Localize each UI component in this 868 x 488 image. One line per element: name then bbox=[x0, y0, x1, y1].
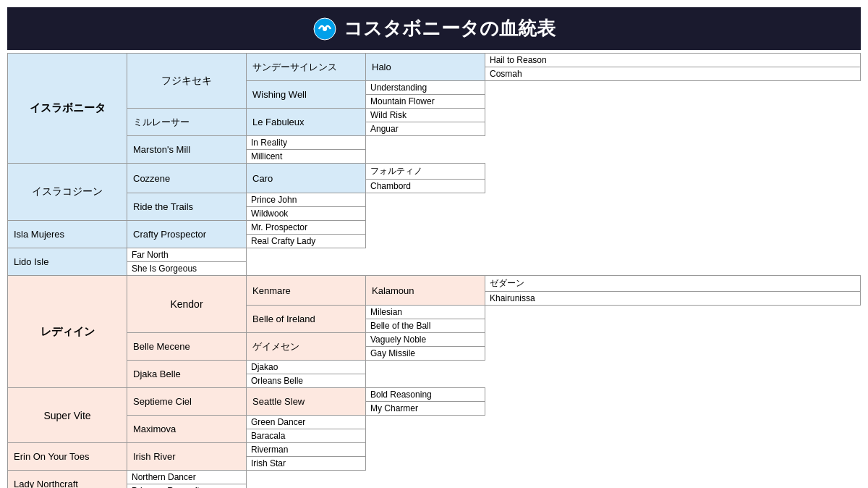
gen4-cell: Lady Northcraft bbox=[8, 471, 127, 489]
gen2-cell: イスラコジーン bbox=[8, 164, 127, 221]
gen3-cell: Kenmare bbox=[247, 276, 366, 306]
gen2-cell: Kendor bbox=[127, 276, 247, 333]
gen3-cell: ミルレーサー bbox=[127, 109, 247, 136]
gen5-cell: Wildwook bbox=[247, 207, 366, 221]
gen4-cell: Lido Isle bbox=[8, 248, 127, 276]
gen4-cell: Wishing Well bbox=[247, 81, 366, 109]
gen5-cell: Anguar bbox=[366, 122, 485, 136]
gen2-cell: Super Vite bbox=[8, 388, 127, 443]
gen1-cell: レディイン bbox=[8, 276, 127, 388]
gen2-cell: フジキセキ bbox=[127, 54, 247, 109]
gen5-cell: Cosmah bbox=[485, 67, 861, 81]
svg-point-1 bbox=[323, 27, 327, 31]
gen3-cell: Cozzene bbox=[127, 164, 247, 193]
gen5-cell: フォルティノ bbox=[366, 164, 485, 180]
gen5-cell: Baracala bbox=[247, 429, 366, 443]
gen5-cell: Mountain Flower bbox=[366, 95, 485, 109]
main-container: コスタボニータの血統表 イスラボニータフジキセキサンデーサイレンスHaloHai… bbox=[0, 0, 868, 488]
gen5-cell: Vaguely Noble bbox=[366, 333, 485, 347]
gen5-cell: Gay Missile bbox=[366, 347, 485, 361]
gen5-cell: Irish Star bbox=[247, 457, 366, 471]
gen5-cell: Riverman bbox=[247, 443, 366, 457]
gen5-cell: Bold Reasoning bbox=[366, 388, 485, 402]
gen1-cell: イスラボニータ bbox=[8, 54, 127, 164]
title-bar: コスタボニータの血統表 bbox=[7, 7, 861, 50]
gen5-cell: Understanding bbox=[366, 81, 485, 95]
gen5-cell: Mr. Prospector bbox=[247, 221, 366, 235]
gen5-cell: Northern Dancer bbox=[127, 471, 247, 484]
gen5-cell: ゼダーン bbox=[485, 276, 861, 292]
gen4-cell: Maximova bbox=[127, 416, 247, 443]
gen4-cell: Caro bbox=[247, 164, 366, 193]
gen4-cell: Crafty Prospector bbox=[127, 221, 247, 248]
gen5-cell: Hail to Reason bbox=[485, 54, 861, 67]
gen5-cell: In Reality bbox=[247, 136, 366, 150]
gen4-cell: Belle of Ireland bbox=[247, 306, 366, 333]
gen4-cell: Djaka Belle bbox=[127, 361, 247, 388]
gen4-cell: ゲイメセン bbox=[247, 333, 366, 361]
gen5-cell: Djakao bbox=[247, 361, 366, 374]
gen5-cell: Wild Risk bbox=[366, 109, 485, 122]
gen4-cell: Ride the Trails bbox=[127, 193, 247, 221]
gen3-cell: サンデーサイレンス bbox=[247, 54, 366, 81]
gen5-cell: Khairunissa bbox=[485, 292, 861, 306]
pedigree-table: イスラボニータフジキセキサンデーサイレンスHaloHail to ReasonC… bbox=[7, 53, 861, 488]
gen5-cell: Green Dancer bbox=[247, 416, 366, 429]
gen5-cell: Orleans Belle bbox=[247, 374, 366, 388]
gen5-cell: She Is Gorgeous bbox=[127, 262, 247, 276]
gen5-cell: Real Crafty Lady bbox=[247, 235, 366, 248]
page-title: コスタボニータの血統表 bbox=[344, 16, 556, 41]
gen3-cell: Erin On Your Toes bbox=[8, 443, 127, 471]
gen5-cell: Prince John bbox=[247, 193, 366, 207]
gen5-cell: My Charmer bbox=[366, 402, 485, 416]
gen5-cell: Belle of the Ball bbox=[366, 319, 485, 333]
gen3-cell: Septieme Ciel bbox=[127, 388, 247, 416]
gen3-cell: Isla Mujeres bbox=[8, 221, 127, 248]
gen4-cell: Kalamoun bbox=[366, 276, 485, 306]
gen4-cell: Marston's Mill bbox=[127, 136, 247, 164]
gen4-cell: Halo bbox=[366, 54, 485, 81]
gen4-cell: Seattle Slew bbox=[247, 388, 366, 416]
gen5-cell: Milesian bbox=[366, 306, 485, 319]
gen5-cell: Princess Roycraft bbox=[127, 484, 247, 489]
title-logo-icon bbox=[313, 17, 336, 41]
gen5-cell: Far North bbox=[127, 248, 247, 262]
gen4-cell: Le Fabuleux bbox=[247, 109, 366, 136]
gen3-cell: Belle Mecene bbox=[127, 333, 247, 361]
gen5-cell: Millicent bbox=[247, 150, 366, 164]
gen4-cell: Irish River bbox=[127, 443, 247, 471]
gen5-cell: Chambord bbox=[366, 180, 485, 193]
